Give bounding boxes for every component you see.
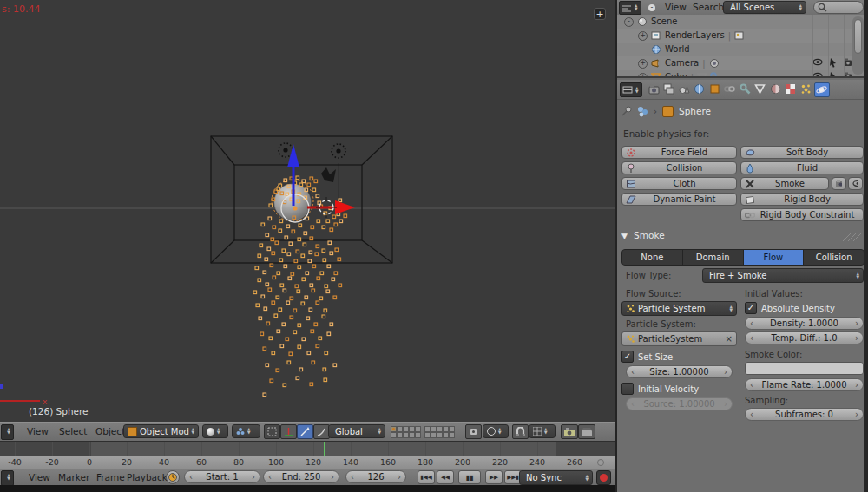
layer-toggle[interactable]: [431, 426, 437, 432]
menu-view[interactable]: View: [27, 423, 49, 440]
clear-icon[interactable]: ×: [726, 334, 733, 344]
menu-marker[interactable]: Marker: [58, 469, 89, 486]
snap-magnet-button[interactable]: [512, 424, 529, 439]
outliner-item-renderlayers[interactable]: +RenderLayers|: [617, 29, 868, 43]
flow-type-dropdown[interactable]: Fire + Smoke▲▼: [702, 268, 864, 283]
collapse-menus-icon[interactable]: -: [648, 4, 655, 11]
opengl-render-anim-button[interactable]: [578, 424, 595, 439]
cursor-icon[interactable]: [828, 58, 838, 69]
smoke-mode-collision[interactable]: Collision: [803, 250, 864, 265]
layer-toggle[interactable]: [397, 432, 403, 438]
menu-playback[interactable]: Playback: [127, 469, 168, 486]
breadcrumb-object[interactable]: Sphere: [679, 106, 711, 116]
proportional-edit-dropdown[interactable]: ▲▼: [483, 424, 509, 438]
menu-object[interactable]: Object: [95, 423, 125, 440]
tab-render[interactable]: [647, 82, 661, 95]
layer-toggle[interactable]: [403, 432, 409, 438]
smoke-color-swatch[interactable]: [745, 362, 864, 375]
panel-drag-widget[interactable]: [841, 232, 864, 241]
layer-toggle[interactable]: [437, 432, 443, 438]
smoke-render-toggle[interactable]: [832, 177, 846, 190]
mode-dropdown[interactable]: Object Mode▲▼: [123, 424, 199, 438]
prev-keyframe-button[interactable]: ◀◀: [437, 470, 454, 484]
smoke-button[interactable]: Smoke: [740, 177, 829, 190]
collision-button[interactable]: Collision: [621, 161, 737, 174]
layer-toggle[interactable]: [431, 432, 437, 438]
particle-system-field[interactable]: ParticleSystem ×: [621, 331, 737, 346]
layer-toggle[interactable]: [391, 426, 397, 432]
tab-object[interactable]: [707, 82, 721, 95]
menu-search[interactable]: Search: [693, 0, 724, 16]
outliner-item-world[interactable]: +World: [617, 43, 868, 56]
smoke-mode-domain[interactable]: Domain: [682, 250, 743, 265]
outliner-item-cube[interactable]: +Cube|: [617, 70, 868, 76]
snap-element-dropdown[interactable]: ▲▼: [529, 424, 556, 438]
absolute-density-checkbox[interactable]: ✓: [745, 302, 757, 314]
timeline-track[interactable]: [0, 441, 615, 456]
manipulator-toggle-button[interactable]: [264, 424, 280, 439]
translate-manipulator-button[interactable]: [280, 424, 297, 439]
scrollbar-end-dot[interactable]: [597, 459, 604, 466]
camera-data-icon[interactable]: [709, 58, 720, 69]
layer-toggle[interactable]: [391, 432, 397, 438]
menu-view[interactable]: View: [665, 0, 687, 16]
pause-button[interactable]: ▮▮: [458, 470, 481, 484]
shading-dropdown[interactable]: ▲▼: [202, 424, 228, 438]
expand-toggle[interactable]: +: [638, 31, 648, 41]
expand-toggle[interactable]: -: [624, 17, 634, 27]
layers-widget[interactable]: [391, 426, 455, 438]
viewport-3d[interactable]: x s: 10.44 (126) Sphere +: [0, 0, 615, 422]
flow-source-dropdown[interactable]: Particle System▲▼: [621, 301, 737, 316]
scene-lock-button[interactable]: [465, 424, 482, 439]
rigid-body-constraint-button[interactable]: Rigid Body Constraint: [740, 208, 864, 221]
current-frame-field[interactable]: ‹126›: [345, 470, 406, 483]
tab-texture[interactable]: [784, 82, 798, 95]
playhead[interactable]: [324, 442, 326, 456]
sync-dropdown[interactable]: No Sync▲▼: [519, 470, 593, 485]
eye-icon[interactable]: [812, 58, 823, 69]
layer-toggle[interactable]: [409, 432, 415, 438]
layer-toggle[interactable]: [409, 426, 415, 432]
editor-type-button[interactable]: ▲▼: [1, 470, 14, 486]
smoke-mode-none[interactable]: None: [622, 250, 682, 265]
editor-type-button[interactable]: ▲▼: [620, 82, 642, 97]
layer-toggle[interactable]: [403, 426, 409, 432]
next-keyframe-button[interactable]: ▶▶: [485, 470, 503, 484]
jump-to-start-button[interactable]: ▮◀◀: [418, 470, 435, 484]
pin-icon[interactable]: [621, 106, 632, 116]
tab-data[interactable]: [753, 82, 767, 95]
tab-world[interactable]: [693, 82, 707, 95]
tab-render-layers[interactable]: [662, 82, 676, 95]
scenes-filter-dropdown[interactable]: All Scenes▲▼: [723, 1, 806, 14]
lamp-object-2[interactable]: [332, 144, 345, 158]
search-field[interactable]: [813, 1, 864, 14]
force-field-button[interactable]: Force Field: [621, 146, 737, 159]
tab-scene[interactable]: [677, 82, 691, 95]
initial-velocity-checkbox[interactable]: [621, 383, 634, 395]
tab-material[interactable]: [768, 82, 782, 95]
particles-context-icon[interactable]: [637, 106, 648, 117]
tab-particles[interactable]: [799, 82, 812, 95]
orientation-dropdown[interactable]: Global▲▼: [328, 424, 385, 438]
rotate-manipulator-button[interactable]: [297, 424, 313, 439]
timeline-ruler[interactable]: -40-200204060801001201401601802002202402…: [0, 456, 615, 469]
use-preview-range-button[interactable]: [166, 470, 180, 484]
outliner-item-camera[interactable]: +Camera|: [617, 56, 868, 70]
smoke-mode-flow[interactable]: Flow: [743, 250, 804, 265]
size-field[interactable]: ‹Size: 1.00000›: [626, 365, 733, 378]
lamp-object[interactable]: [279, 143, 293, 157]
layer-toggle[interactable]: [424, 426, 431, 432]
empty-object[interactable]: [321, 167, 336, 182]
layer-toggle[interactable]: [449, 432, 455, 438]
expand-panel-button[interactable]: +: [594, 8, 606, 20]
rigid-body-button[interactable]: Rigid Body: [740, 193, 864, 206]
smoke-panel-header[interactable]: ▼ Smoke: [621, 230, 864, 243]
tab-constraints[interactable]: [723, 82, 737, 95]
tab-physics[interactable]: [814, 82, 830, 97]
layer-toggle[interactable]: [415, 426, 421, 432]
layer-toggle[interactable]: [424, 432, 431, 438]
layer-toggle[interactable]: [443, 432, 449, 438]
layer-toggle[interactable]: [449, 426, 455, 432]
tab-modifiers[interactable]: [738, 82, 752, 95]
outliner-item-scene[interactable]: -Scene: [617, 15, 868, 29]
